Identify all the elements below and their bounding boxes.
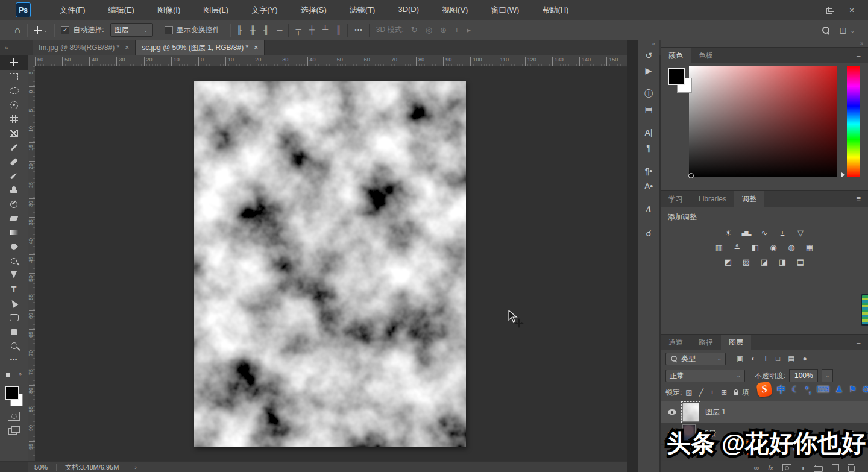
menu-help[interactable]: 帮助(H) [542,5,580,16]
layer-filter-dropdown[interactable]: 类型 ⌄ [665,353,726,365]
foreground-color-swatch[interactable] [668,68,685,85]
filter-pin-icon[interactable]: ● [803,354,807,363]
filter-type-icon[interactable]: T [764,354,768,363]
history-brush-tool[interactable] [0,197,28,212]
gradient-map-adjustment-button[interactable]: ◨ [776,257,789,267]
menu-image[interactable]: 图像(I) [157,5,192,16]
auto-select-checkbox[interactable]: ✓ [61,26,69,34]
close-button[interactable]: × [840,3,863,17]
align-center-v-icon[interactable]: ╪ [309,25,315,34]
menu-window[interactable]: 窗口(W) [491,5,530,16]
lock-transparent-icon[interactable]: ▨ [685,388,692,397]
move-tool[interactable] [0,55,28,70]
menu-layer[interactable]: 图层(L) [203,5,240,16]
canvas-image[interactable] [194,81,466,447]
delete-layer-button[interactable] [848,466,855,472]
more-options-button[interactable]: ••• [354,27,363,33]
hue-slider[interactable] [847,66,860,177]
layer-row[interactable]: 图层 1 [661,401,868,423]
spot-healing-tool[interactable] [0,155,28,169]
ime-toolbox-icon[interactable]: ⚒ [810,442,817,453]
black-white-adjustment-button[interactable]: ◧ [749,242,762,253]
move-tool-icon[interactable] [34,26,42,34]
tab-close-icon[interactable]: × [125,43,129,52]
search-icon[interactable] [822,26,830,34]
roll-3d-icon[interactable]: ◎ [426,25,432,34]
gradient-tool[interactable] [0,225,28,240]
workspace-switcher[interactable]: ◫ ⌄ [840,26,855,34]
panel-tab-Libraries[interactable]: Libraries [691,191,734,207]
filter-pixel-icon[interactable]: ▣ [737,354,743,363]
menu-type[interactable]: 文字(Y) [251,5,289,16]
ime-input-mode-icon[interactable]: 中 [777,384,786,395]
home-icon[interactable]: ⌂ [14,25,20,36]
ime-account-icon[interactable]: ♟ [835,384,843,395]
panel-tab-色板[interactable]: 色板 [691,48,721,63]
smudge-tool[interactable] [0,240,28,254]
vibrance-adjustment-button[interactable]: ▽ [794,228,807,238]
document-tab-fm[interactable]: fm.jpg @ 89%(RGB/8#) *× [33,40,136,55]
levels-adjustment-button[interactable]: ▄▆▂ [740,228,753,238]
show-transform-checkbox[interactable] [165,26,173,34]
align-bottom-icon[interactable]: ╧ [322,25,328,34]
saturation-brightness-field[interactable] [689,66,837,177]
panel-tab-颜色[interactable]: 颜色 [661,48,691,63]
paragraph-styles-panel-icon[interactable]: ¶• [638,163,659,178]
share-panel-icon[interactable]: ☌ [638,225,659,241]
ime-account-icon[interactable]: ♟ [792,442,800,453]
dodge-tool[interactable] [0,254,28,268]
invert-adjustment-button[interactable]: ◩ [722,257,735,267]
layer-effects-button[interactable]: fx [768,464,773,471]
orbit-3d-icon[interactable]: ↻ [411,25,418,34]
shape-tool[interactable] [0,310,28,325]
dock-header[interactable]: » [661,40,868,47]
screen-mode-button[interactable] [8,426,19,434]
panel-tab-通道[interactable]: 通道 [661,335,691,350]
visibility-eye-icon[interactable] [668,431,676,436]
camera-3d-icon[interactable]: ▸ [467,25,471,34]
menu-3d[interactable]: 3D(D) [398,5,430,16]
tab-close-icon[interactable]: × [254,43,258,52]
brush-tool[interactable] [0,169,28,183]
slide-3d-icon[interactable]: + [454,25,459,34]
blend-mode-dropdown[interactable]: 正常 ⌄ [665,370,745,382]
new-group-button[interactable] [814,466,823,472]
glyphs-panel-icon[interactable]: A [638,202,659,217]
paragraph-panel-icon[interactable]: ¶ [638,140,659,155]
toolbar-header[interactable]: » [0,40,33,55]
menu-filter[interactable]: 滤镜(T) [350,5,387,16]
align-top-icon[interactable]: ╤ [295,25,301,34]
channel-mixer-adjustment-button[interactable]: ◍ [785,242,798,253]
lock-all-icon[interactable] [734,392,738,395]
panel-menu-icon[interactable]: ≡ [849,48,868,63]
curves-adjustment-button[interactable]: ∿ [758,228,771,238]
lock-position-icon[interactable]: + [710,388,714,397]
threshold-adjustment-button[interactable]: ◪ [758,257,771,267]
menu-edit[interactable]: 编辑(E) [108,5,146,16]
ime-skin-icon[interactable]: ⚑ [849,384,857,395]
document-tab-sc[interactable]: sc.jpg @ 50% (图层 1, RGB/8#) *× [136,40,265,55]
link-layers-button[interactable]: ∞ [754,464,760,472]
menu-file[interactable]: 文件(F) [60,5,97,16]
history-panel-icon[interactable]: ↺ [638,48,659,63]
exposure-adjustment-button[interactable]: ± [776,228,789,238]
clone-stamp-tool[interactable] [0,183,28,198]
crop-tool[interactable] [0,112,28,127]
panel-tab-调整[interactable]: 调整 [734,191,764,207]
pen-tool[interactable] [0,268,28,283]
brightness-contrast-adjustment-button[interactable]: ☀ [722,228,735,238]
drag-3d-icon[interactable]: ⊕ [440,25,447,34]
zoom-tool[interactable] [0,339,28,353]
posterize-adjustment-button[interactable]: ▨ [740,257,753,267]
actions-panel-icon[interactable]: ▶ [638,63,659,78]
chevron-down-icon[interactable]: ⌄ [43,27,48,33]
ime-toolbar-2[interactable]: S⌨♟⚒ [745,440,818,455]
selective-color-adjustment-button[interactable]: ▤ [794,257,807,267]
quick-mask-button[interactable] [8,412,20,421]
edit-toolbar-tool[interactable]: ••• [0,353,28,368]
color-swatches[interactable] [4,386,24,406]
ime-logo-icon[interactable]: S [756,381,772,397]
align-right-icon[interactable]: ╢ [263,25,269,34]
filter-adjustment-icon[interactable]: ◐ [751,354,755,363]
lock-artboard-icon[interactable]: ⊞ [721,388,727,397]
